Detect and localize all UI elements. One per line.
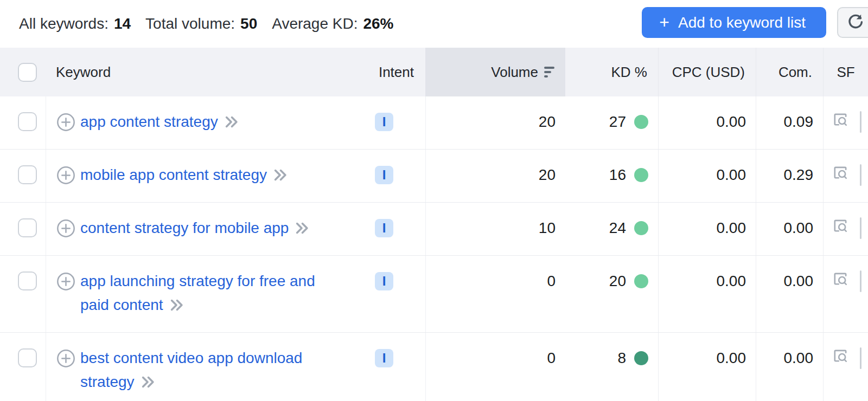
kd-value: 20 bbox=[609, 273, 626, 290]
row-checkbox[interactable] bbox=[18, 348, 37, 367]
column-divider-handle[interactable] bbox=[860, 270, 861, 292]
header-kd[interactable]: KD % bbox=[565, 48, 658, 96]
keyword-cell: content strategy for mobile app bbox=[46, 203, 358, 255]
column-divider-handle[interactable] bbox=[860, 164, 861, 186]
sf-cell bbox=[823, 333, 868, 401]
cpc-value: 0.00 bbox=[717, 113, 746, 131]
add-keyword-plus-icon[interactable] bbox=[56, 219, 75, 242]
add-to-keyword-list-button[interactable]: + Add to keyword list bbox=[642, 7, 826, 38]
kd-value: 8 bbox=[617, 350, 626, 367]
add-keyword-plus-icon[interactable] bbox=[56, 349, 75, 372]
cpc-cell: 0.00 bbox=[658, 333, 756, 401]
double-chevron-right-icon[interactable] bbox=[169, 296, 185, 320]
kd-difficulty-dot bbox=[634, 221, 648, 235]
serp-features-icon[interactable] bbox=[832, 165, 868, 185]
stat-average-kd-label: Average KD: bbox=[272, 15, 358, 33]
cpc-value: 0.00 bbox=[717, 273, 746, 290]
row-checkbox[interactable] bbox=[18, 165, 37, 184]
intent-informational-badge[interactable]: I bbox=[375, 219, 393, 237]
volume-value: 20 bbox=[539, 166, 556, 184]
table-row: best content video app download strategy… bbox=[0, 333, 868, 401]
kd-cell: 20 bbox=[565, 256, 658, 332]
row-checkbox[interactable] bbox=[18, 271, 37, 290]
intent-informational-badge[interactable]: I bbox=[375, 166, 393, 184]
kd-difficulty-dot bbox=[634, 115, 648, 129]
keyword-link[interactable]: content strategy for mobile app bbox=[80, 219, 289, 236]
kd-difficulty-dot bbox=[634, 274, 648, 288]
header-checkbox-cell bbox=[0, 48, 46, 96]
header-keyword[interactable]: Keyword bbox=[46, 48, 358, 96]
keyword-cell: mobile app content strategy bbox=[46, 150, 358, 202]
com-cell: 0.09 bbox=[756, 96, 823, 149]
stat-total-volume-value: 50 bbox=[240, 15, 257, 33]
double-chevron-right-icon[interactable] bbox=[140, 373, 156, 397]
stat-all-keywords-label: All keywords: bbox=[19, 15, 108, 33]
table-row: content strategy for mobile app I 10 24 … bbox=[0, 203, 868, 256]
column-divider-handle[interactable] bbox=[860, 217, 861, 239]
kd-value: 16 bbox=[609, 166, 626, 184]
kd-value: 24 bbox=[609, 219, 626, 237]
intent-cell: I bbox=[358, 333, 425, 401]
intent-informational-badge[interactable]: I bbox=[375, 113, 393, 131]
volume-cell: 0 bbox=[425, 256, 565, 332]
kd-cell: 24 bbox=[565, 203, 658, 255]
add-keyword-plus-icon[interactable] bbox=[56, 113, 75, 135]
add-keyword-plus-icon[interactable] bbox=[56, 166, 75, 189]
keyword-link[interactable]: app launching strategy for free and paid… bbox=[80, 273, 315, 313]
serp-features-icon[interactable] bbox=[832, 271, 868, 292]
serp-features-icon[interactable] bbox=[832, 112, 868, 132]
row-checkbox[interactable] bbox=[18, 112, 37, 131]
serp-features-icon[interactable] bbox=[832, 348, 868, 368]
add-keyword-plus-icon[interactable] bbox=[56, 272, 75, 295]
double-chevron-right-icon[interactable] bbox=[272, 166, 289, 190]
intent-informational-badge[interactable]: I bbox=[375, 349, 393, 367]
select-all-checkbox[interactable] bbox=[18, 63, 37, 82]
intent-informational-badge[interactable]: I bbox=[375, 272, 393, 290]
double-chevron-right-icon[interactable] bbox=[224, 113, 240, 137]
table-row: app launching strategy for free and paid… bbox=[0, 256, 868, 333]
table-header-row: Keyword Intent Volume KD % CPC (USD) Com… bbox=[0, 48, 868, 96]
stat-all-keywords: All keywords: 14 bbox=[19, 15, 131, 33]
keyword-link[interactable]: best content video app download strategy bbox=[80, 350, 302, 390]
double-chevron-right-icon[interactable] bbox=[294, 219, 310, 243]
row-checkbox[interactable] bbox=[18, 218, 37, 237]
summary-toolbar: All keywords: 14 Total volume: 50 Averag… bbox=[0, 0, 868, 48]
keyword-text-block: app content strategy bbox=[80, 110, 240, 137]
column-divider-handle[interactable] bbox=[860, 347, 861, 369]
com-cell: 0.29 bbox=[756, 150, 823, 202]
kd-value: 27 bbox=[609, 113, 626, 131]
keyword-text-block: app launching strategy for free and paid… bbox=[80, 269, 315, 320]
keyword-link[interactable]: app content strategy bbox=[80, 113, 218, 130]
intent-cell: I bbox=[358, 203, 425, 255]
volume-value: 20 bbox=[539, 113, 556, 131]
header-sf[interactable]: SF bbox=[823, 48, 868, 96]
refresh-icon bbox=[846, 13, 864, 33]
header-volume-label: Volume bbox=[491, 64, 538, 81]
kd-cell: 27 bbox=[565, 96, 658, 149]
volume-cell: 10 bbox=[425, 203, 565, 255]
stat-total-volume-label: Total volume: bbox=[145, 15, 235, 33]
kd-difficulty-dot bbox=[634, 168, 648, 182]
column-divider-handle[interactable] bbox=[860, 111, 861, 133]
com-cell: 0.00 bbox=[756, 333, 823, 401]
table-row: app content strategy I 20 27 0.00 0.09 bbox=[0, 96, 868, 150]
kd-cell: 8 bbox=[565, 333, 658, 401]
com-value: 0.00 bbox=[784, 273, 814, 290]
header-cpc[interactable]: CPC (USD) bbox=[658, 48, 756, 96]
serp-features-icon[interactable] bbox=[832, 218, 868, 238]
header-com[interactable]: Com. bbox=[756, 48, 823, 96]
keyword-text-block: mobile app content strategy bbox=[80, 163, 289, 190]
header-volume-sorted[interactable]: Volume bbox=[425, 48, 565, 96]
row-checkbox-cell bbox=[0, 150, 46, 202]
volume-value: 0 bbox=[547, 273, 556, 290]
header-intent[interactable]: Intent bbox=[358, 48, 425, 96]
refresh-button[interactable] bbox=[837, 7, 868, 38]
volume-value: 0 bbox=[547, 350, 556, 367]
sf-cell bbox=[823, 150, 868, 202]
intent-cell: I bbox=[358, 256, 425, 332]
cpc-value: 0.00 bbox=[717, 219, 746, 237]
sf-cell bbox=[823, 203, 868, 255]
cpc-cell: 0.00 bbox=[658, 150, 756, 202]
keyword-link[interactable]: mobile app content strategy bbox=[80, 166, 267, 183]
kd-cell: 16 bbox=[565, 150, 658, 202]
